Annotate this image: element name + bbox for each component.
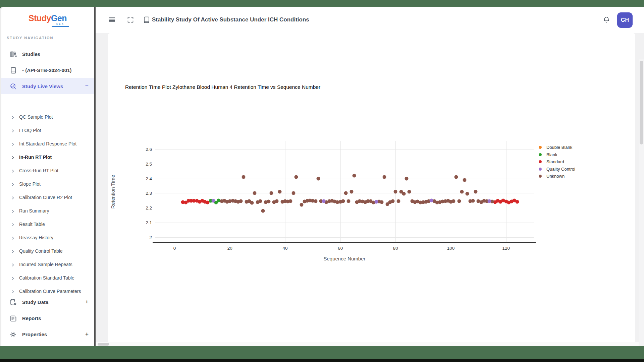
page-title: Stability Study Of Active Substance Unde… — [152, 16, 309, 23]
sidebar-subitem-result-table[interactable]: Result Table — [1, 218, 94, 231]
logo-part-gen: Gen — [51, 13, 67, 23]
subitem-label: Reassay History — [19, 235, 53, 240]
subitem-label: Run Summary — [19, 208, 49, 214]
main-area: Stability Study Of Active Substance Unde… — [96, 7, 644, 346]
sidebar-item-label: Study Data — [22, 299, 48, 305]
data-point-unknown — [300, 203, 304, 207]
legend-label: Unknown — [546, 174, 565, 179]
subitem-label: Slope Plot — [19, 181, 41, 187]
v-gridline — [175, 141, 175, 242]
data-point-unknown — [275, 199, 279, 203]
subitem-label: Calibration Curve R2 Plot — [19, 195, 72, 200]
h-gridline — [155, 179, 534, 179]
data-point-standard — [515, 200, 519, 203]
sidebar-subitem-lloq-plot[interactable]: LLOQ Plot — [1, 124, 94, 137]
sidebar-subitem-reassay-history[interactable]: Reassay History — [1, 231, 94, 244]
sidebar-subitem-slope-plot[interactable]: Slope Plot — [1, 177, 94, 191]
data-point-unknown — [261, 209, 265, 213]
data-point-unknown — [242, 175, 246, 179]
data-point-unknown — [294, 175, 298, 179]
sidebar-item-study-live-views[interactable]: Study Live Views− — [1, 78, 94, 94]
app-window: StudyGen 360 STUDY NAVIGATION Studies- (… — [0, 7, 644, 346]
sidebar-item-study-data[interactable]: Study Data+ — [1, 294, 94, 310]
sidebar-subitem-in-run-rt-plot[interactable]: In-Run RT Plot — [1, 150, 94, 164]
legend-item-unknown: Unknown — [539, 173, 575, 180]
sidebar-item-label: Study Live Views — [22, 83, 63, 89]
data-point-unknown — [463, 178, 467, 182]
database-icon — [9, 298, 17, 306]
window-frame-bottom-edge — [0, 359, 644, 362]
legend-item-quality-control: Quality Control — [539, 166, 575, 173]
toggle-sign[interactable]: + — [85, 331, 89, 338]
sidebar-item-study-code[interactable]: - (API-STB-2024-001) — [1, 62, 94, 78]
expand-icon[interactable] — [126, 16, 135, 24]
legend-dot — [539, 168, 542, 171]
data-point-unknown — [347, 199, 351, 203]
data-point-unknown — [408, 190, 411, 194]
chevron-right-icon — [11, 128, 15, 133]
legend-label: Quality Control — [546, 167, 575, 172]
sidebar-subitem-calibration-curve-r2-plot[interactable]: Calibration Curve R2 Plot — [1, 191, 94, 204]
data-point-quality-control — [488, 199, 491, 203]
app-logo[interactable]: StudyGen — [1, 13, 94, 24]
subitem-label: In-Run RT Plot — [19, 155, 52, 160]
menu-icon[interactable] — [108, 16, 116, 24]
sidebar-subitem-cross-run-rt-plot[interactable]: Cross-Run RT Plot — [1, 164, 94, 177]
scatter-plot: 22.12.22.32.42.52.6020406080100120 — [155, 141, 534, 242]
data-point-unknown — [239, 199, 243, 203]
subitem-label: QC Sample Plot — [19, 114, 53, 120]
sidebar-item-reports[interactable]: Reports — [1, 310, 94, 326]
data-point-standard — [206, 200, 210, 204]
h-gridline — [155, 237, 534, 238]
h-gridline — [155, 164, 534, 164]
avatar[interactable]: GH — [617, 12, 633, 28]
data-point-unknown — [457, 199, 461, 203]
chart-legend: Double BlankBlankStandardQuality Control… — [539, 144, 575, 180]
data-point-unknown — [402, 192, 406, 196]
sidebar-subitem-run-summary[interactable]: Run Summary — [1, 204, 94, 218]
data-point-unknown — [471, 199, 475, 202]
sidebar-subitem-qc-sample-plot[interactable]: QC Sample Plot — [1, 110, 94, 124]
top-header: Stability Study Of Active Substance Unde… — [96, 7, 644, 33]
data-point-unknown — [383, 175, 386, 179]
data-point-unknown — [278, 190, 281, 194]
toggle-sign[interactable]: − — [85, 83, 89, 89]
chevron-right-icon — [11, 169, 15, 173]
data-point-unknown — [474, 190, 478, 194]
horizontal-scrollbar-thumb[interactable] — [98, 343, 109, 346]
subitem-label: Cross-Run RT Plot — [19, 168, 58, 173]
v-gridline — [506, 141, 506, 242]
horizontal-scrollbar[interactable] — [96, 342, 639, 346]
y-tick-label: 2.5 — [146, 161, 152, 166]
chart-card: Retention TIme Plot Zylothane Blood Huma… — [108, 33, 635, 342]
nav-bottom: Study Data+ReportsProperties+ — [1, 294, 94, 342]
sidebar-subitem-int-standard-response-plot[interactable]: Int Standard Response Plot — [1, 137, 94, 150]
y-tick-label: 2.2 — [146, 205, 152, 210]
legend-label: Blank — [546, 152, 557, 157]
sidebar-subitem-quality-control-table[interactable]: Quality Control Table — [1, 244, 94, 258]
legend-label: Standard — [546, 159, 564, 164]
v-gridline — [340, 141, 341, 242]
data-point-unknown — [460, 190, 464, 194]
sidebar-item-studies[interactable]: Studies — [1, 46, 94, 62]
sidebar-subitem-incurred-sample-repeats[interactable]: Incurred Sample Repeats — [1, 258, 94, 271]
subitem-label: Calibration Standard Table — [19, 275, 74, 281]
data-point-unknown — [253, 191, 257, 195]
y-tick-label: 2.4 — [146, 176, 152, 181]
data-point-unknown — [316, 177, 320, 180]
x-tick-label: 60 — [338, 246, 343, 251]
data-point-unknown — [391, 199, 395, 203]
data-point-unknown — [396, 199, 400, 203]
vertical-scrollbar[interactable] — [639, 59, 644, 346]
chevron-right-icon — [11, 276, 15, 280]
sidebar-subitem-calibration-standard-table[interactable]: Calibration Standard Table — [1, 271, 94, 285]
toggle-sign[interactable]: + — [85, 299, 89, 305]
data-point-unknown — [250, 201, 254, 205]
legend-item-blank: Blank — [539, 151, 575, 159]
vertical-scrollbar-thumb[interactable] — [640, 61, 643, 144]
data-point-unknown — [380, 200, 384, 204]
legend-dot — [539, 146, 542, 149]
sidebar-item-properties[interactable]: Properties+ — [1, 326, 94, 342]
chevron-right-icon — [11, 236, 15, 240]
bell-icon[interactable] — [602, 16, 610, 24]
